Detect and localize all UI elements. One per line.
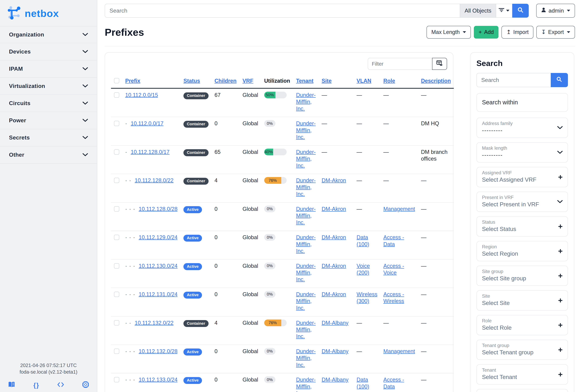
vlan-link[interactable]: Data (100): [357, 234, 369, 247]
column-sort-role[interactable]: Role: [383, 78, 395, 84]
netbox-logo[interactable]: netbox: [0, 0, 97, 26]
prefix-link[interactable]: 10.112.132.0/28: [139, 348, 177, 354]
tenant-link[interactable]: Dunder-Mifflin, Inc.: [296, 348, 316, 368]
global-search-input[interactable]: [105, 4, 460, 18]
prefix-link[interactable]: 10.112.131.0/24: [139, 291, 177, 297]
role-link[interactable]: Management: [383, 206, 415, 212]
role-link[interactable]: Access - Data: [383, 377, 404, 390]
role-link[interactable]: Management: [383, 348, 415, 354]
sidebar-item-secrets[interactable]: Secrets: [0, 129, 97, 146]
filter-field-region[interactable]: RegionSelect Region+: [477, 241, 568, 261]
search-within-toggle[interactable]: Search within: [477, 93, 568, 112]
add-button[interactable]: + Add: [474, 26, 499, 39]
sidebar-item-devices[interactable]: Devices: [0, 43, 97, 60]
search-icon: [517, 7, 523, 14]
code-link[interactable]: [57, 382, 64, 389]
filter-field-site-group[interactable]: Site groupSelect Site group+: [477, 266, 568, 286]
sidebar-item-ipam[interactable]: IPAM: [0, 60, 97, 78]
filter-field-status[interactable]: StatusSelect Status+: [477, 216, 568, 236]
global-search-submit-button[interactable]: [512, 4, 529, 18]
export-dropdown-button[interactable]: ↧ Export: [536, 26, 575, 39]
tenant-link[interactable]: Dunder-Mifflin, Inc.: [296, 234, 316, 254]
role-link[interactable]: Access - Voice: [383, 263, 404, 276]
sidebar-item-power[interactable]: Power: [0, 112, 97, 129]
table-filter-input[interactable]: [368, 58, 432, 70]
prefix-link[interactable]: 10.112.132.0/22: [135, 320, 173, 326]
column-sort-prefix[interactable]: Prefix: [125, 78, 140, 84]
select-all-checkbox[interactable]: [114, 78, 119, 83]
panel-search-submit-button[interactable]: [551, 73, 568, 87]
row-select-checkbox[interactable]: [114, 178, 119, 183]
row-select-checkbox[interactable]: [114, 149, 119, 155]
user-menu-button[interactable]: admin: [536, 4, 575, 18]
max-length-dropdown-button[interactable]: Max Length: [427, 26, 471, 39]
filter-field-address-family[interactable]: Address family---------: [477, 118, 568, 138]
site-link[interactable]: DM-Akron: [322, 234, 346, 240]
prefix-link[interactable]: 10.112.128.0/28: [139, 206, 177, 212]
row-select-checkbox[interactable]: [114, 263, 119, 269]
sidebar-item-organization[interactable]: Organization: [0, 26, 97, 43]
vlan-link[interactable]: Voice (200): [357, 263, 370, 276]
column-sort-vlan[interactable]: VLAN: [357, 78, 371, 84]
panel-search-input[interactable]: [477, 73, 551, 87]
prefix-link[interactable]: 10.112.133.0/24: [139, 377, 177, 383]
tenant-link[interactable]: Dunder-Mifflin, Inc.: [296, 92, 316, 112]
tenant-link[interactable]: Dunder-Mifflin, Inc.: [296, 320, 316, 339]
row-select-checkbox[interactable]: [114, 235, 119, 240]
search-filter-dropdown-button[interactable]: [496, 4, 512, 18]
prefix-link[interactable]: 10.112.129.0/24: [139, 234, 177, 240]
filter-field-site[interactable]: SiteSelect Site+: [477, 290, 568, 311]
tenant-link[interactable]: Dunder-Mifflin, Inc.: [296, 263, 316, 282]
filter-field-tenant[interactable]: TenantSelect Tenant+: [477, 364, 568, 385]
tenant-link[interactable]: Dunder-Mifflin, Inc.: [296, 177, 316, 197]
tenant-link[interactable]: Dunder-Mifflin, Inc.: [296, 291, 316, 311]
filter-field-tenant-group[interactable]: Tenant groupSelect Tenant group+: [477, 340, 568, 360]
docs-book-link[interactable]: [8, 382, 15, 389]
api-braces-link[interactable]: { }: [33, 382, 39, 389]
tenant-link[interactable]: Dunder-Mifflin, Inc.: [296, 149, 316, 169]
row-select-checkbox[interactable]: [114, 349, 119, 354]
column-sort-children[interactable]: Children: [215, 78, 236, 84]
column-sort-site[interactable]: Site: [322, 78, 332, 84]
prefix-link[interactable]: 10.112.0.0/17: [131, 120, 163, 126]
site-link[interactable]: DM-Akron: [322, 206, 346, 212]
column-sort-status[interactable]: Status: [183, 78, 200, 84]
filter-field-mask-length[interactable]: Mask length---------: [477, 142, 568, 163]
tenant-link[interactable]: Dunder-Mifflin, Inc.: [296, 377, 316, 392]
prefix-link[interactable]: 10.112.130.0/24: [139, 263, 177, 269]
sidebar-item-virtualization[interactable]: Virtualization: [0, 78, 97, 95]
site-link[interactable]: DM-Akron: [322, 291, 346, 297]
sidebar-item-other[interactable]: Other: [0, 146, 97, 164]
row-select-checkbox[interactable]: [114, 206, 119, 212]
site-link[interactable]: DM-Akron: [322, 263, 346, 269]
column-sort-vrf[interactable]: VRF: [242, 78, 253, 84]
filter-field-assigned-vrf[interactable]: Assigned VRFSelect Assigned VRF+: [477, 167, 568, 187]
site-link[interactable]: DM-Albany: [322, 320, 349, 326]
tenant-link[interactable]: Dunder-Mifflin, Inc.: [296, 206, 316, 225]
column-sort-tenant[interactable]: Tenant: [296, 78, 313, 84]
prefix-link[interactable]: 10.112.128.0/17: [131, 149, 169, 155]
vlan-link[interactable]: Wireless (300): [357, 291, 377, 304]
role-link[interactable]: Access - Data: [383, 234, 404, 247]
row-select-checkbox[interactable]: [114, 377, 119, 382]
row-select-checkbox[interactable]: [114, 92, 119, 98]
table-configure-button[interactable]: [432, 58, 447, 70]
filter-field-is-a-pool[interactable]: Is a pool----------: [477, 389, 568, 392]
vlan-link[interactable]: Data (100): [357, 377, 369, 390]
column-sort-description[interactable]: Description: [421, 78, 451, 84]
filter-field-present-in-vrf[interactable]: Present in VRFSelect Present in VRF: [477, 192, 568, 212]
import-button[interactable]: ↥ Import: [502, 26, 533, 39]
sidebar-item-circuits[interactable]: Circuits: [0, 95, 97, 112]
role-link[interactable]: Access - Wireless: [383, 291, 404, 304]
prefix-link[interactable]: 10.112.128.0/22: [135, 177, 173, 183]
help-lifebuoy-link[interactable]: [82, 381, 89, 389]
prefix-link[interactable]: 10.112.0.0/15: [125, 92, 158, 98]
row-select-checkbox[interactable]: [114, 292, 119, 297]
tenant-link[interactable]: Dunder-Mifflin, Inc.: [296, 120, 316, 140]
site-link[interactable]: DM-Albany: [322, 377, 349, 383]
row-select-checkbox[interactable]: [114, 320, 119, 326]
filter-field-role[interactable]: RoleSelect Role+: [477, 315, 568, 335]
row-select-checkbox[interactable]: [114, 121, 119, 126]
site-link[interactable]: DM-Albany: [322, 348, 349, 354]
site-link[interactable]: DM-Akron: [322, 177, 346, 183]
